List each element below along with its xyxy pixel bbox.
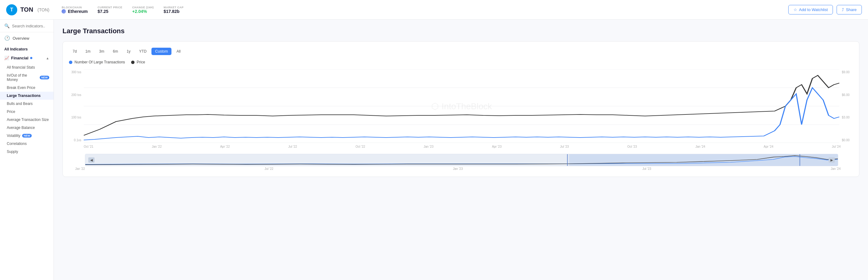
y-left-300: 300 txs [69,70,81,74]
add-watchlist-button[interactable]: ☆ Add to Watchlist [788,5,833,14]
volatility-badge: NEW [22,134,32,137]
mini-handle-left[interactable] [567,154,568,166]
filter-1y[interactable]: 1y [123,48,134,55]
mini-nav-right-button[interactable]: ▶ [829,158,835,163]
financial-section-title: 📈 Financial [4,56,32,60]
sidebar-item-correlations[interactable]: Correlations [0,140,54,148]
avg-balance-label: Average Balance [7,126,35,130]
sidebar-item-avg-tx-size[interactable]: Average Transaction Size [0,116,54,124]
avg-tx-size-label: Average Transaction Size [7,118,49,122]
x-jul23: Jul '23 [560,145,569,148]
x-oct21: Oct '21 [84,145,93,148]
financial-items: All financial Stats In/Out of the Money … [0,63,54,156]
financial-section: 📈 Financial ▲ All financial Stats In/Out… [0,53,54,156]
sidebar-item-overview[interactable]: 🕐 Overview [0,32,54,44]
coin-name: TON [20,6,33,13]
all-indicators-header: All Indicators [0,44,54,53]
mini-nav-left-button[interactable]: ◀ [88,158,94,163]
mini-chart-svg [85,154,838,166]
inout-money-badge: NEW [40,76,49,80]
share-button[interactable]: ⤴ Share [837,5,862,14]
header-stats: BLOCKCHAIN Ethereum CURRENT PRICE $7.25 … [62,6,183,14]
break-even-label: Break Even Price [7,86,35,90]
mini-x-jul23: Jul '23 [642,167,651,170]
star-icon: ☆ [794,7,797,12]
main-layout: 🔍 🕐 Overview All Indicators 📈 Financial … [0,20,868,280]
search-icon: 🔍 [4,23,9,28]
large-tx-line [84,88,839,140]
x-apr23: Apr '23 [492,145,501,148]
ton-logo: T [6,4,17,15]
sidebar-item-break-even[interactable]: Break Even Price [0,84,54,92]
x-oct23: Oct '23 [627,145,637,148]
sidebar-item-price[interactable]: Price [0,108,54,116]
sidebar-item-all-financial[interactable]: All financial Stats [0,63,54,71]
all-financial-label: All financial Stats [7,65,35,69]
filter-1m[interactable]: 1m [82,48,94,55]
volatility-label: Volatility [7,133,20,138]
add-watchlist-label: Add to Watchlist [799,7,828,12]
legend-large-tx: Number Of Large Transactions [69,60,125,64]
watermark-hex-icon: ⬡ [431,101,439,112]
y-axis-right: $9.00 $6.00 $3.00 $0.00 [839,69,853,143]
filter-all[interactable]: All [173,48,184,55]
sidebar-item-large-transactions[interactable]: Large Transactions [0,92,54,100]
sidebar: 🔍 🕐 Overview All Indicators 📈 Financial … [0,20,54,280]
filter-3m[interactable]: 3m [95,48,108,55]
blockchain-row: Ethereum [62,9,88,14]
bulls-bears-label: Bulls and Bears [7,101,33,106]
x-jan24: Jan '24 [695,145,705,148]
blockchain-value: Ethereum [68,9,88,14]
inout-money-label: In/Out of the Money [7,73,38,82]
blockchain-label: BLOCKCHAIN [62,6,88,9]
price-value: $7.25 [98,9,123,14]
sidebar-item-supply[interactable]: Supply [0,148,54,156]
x-oct22: Oct '22 [355,145,365,148]
chart-card: 7d 1m 3m 6m 1y YTD Custom All Number Of … [62,41,859,177]
search-input[interactable] [12,24,49,28]
legend-price-label: Price [137,60,145,64]
clock-icon: 🕐 [4,35,10,41]
change-stat: CHANGE (24H) +2.04% [132,6,154,14]
y-left-100: 100 txs [69,116,81,119]
eth-icon [62,9,66,13]
price-stat: CURRENT PRICE $7.25 [98,6,123,14]
overview-label: Overview [12,36,29,41]
sidebar-item-volatility[interactable]: Volatility NEW [0,132,54,140]
y-right-6: $6.00 [842,93,853,97]
price-label: CURRENT PRICE [98,6,123,9]
sidebar-item-avg-balance[interactable]: Average Balance [0,124,54,132]
sidebar-item-inout-money[interactable]: In/Out of the Money NEW [0,71,54,84]
legend-dot-blue [69,61,72,64]
x-axis: Oct '21 Jan '22 Apr '22 Jul '22 Oct '22 … [69,143,853,148]
chart-legend: Number Of Large Transactions Price [69,60,853,64]
filter-ytd[interactable]: YTD [135,48,150,55]
y-axis-left: 300 txs 200 txs 100 txs 0.1xs [69,69,84,143]
trend-icon: 📈 [4,56,9,60]
content-area: Large Transactions 7d 1m 3m 6m 1y YTD Cu… [54,20,868,280]
share-label: Share [846,7,857,12]
marketcap-stat: MARKET CAP $17.82b [164,6,184,14]
chevron-up-icon: ▲ [46,56,49,60]
mini-chart[interactable]: ◀ ▶ [85,154,838,166]
watermark-text: IntoTheBlock [442,101,492,111]
mini-x-axis: Jan '22 Jul '22 Jan '23 Jul '23 Jan '24 [69,166,853,170]
supply-label: Supply [7,150,18,154]
price-sidebar-label: Price [7,110,15,114]
y-left-0: 0.1xs [69,138,81,142]
filter-7d[interactable]: 7d [69,48,80,55]
mini-handle-right[interactable] [799,154,800,166]
financial-section-header[interactable]: 📈 Financial ▲ [0,53,54,63]
sidebar-item-bulls-bears[interactable]: Bulls and Bears [0,100,54,108]
mini-x-jan23: Jan '23 [453,167,463,170]
filter-custom[interactable]: Custom [151,48,172,55]
legend-price: Price [131,60,145,64]
search-box[interactable]: 🔍 [0,20,54,32]
x-jan22: Jan '22 [152,145,162,148]
financial-label: Financial [11,56,28,60]
filter-6m[interactable]: 6m [109,48,122,55]
change-value: +2.04% [132,9,154,14]
correlations-label: Correlations [7,142,27,146]
blockchain-stat: BLOCKCHAIN Ethereum [62,6,88,14]
page-title: Large Transactions [62,27,859,35]
